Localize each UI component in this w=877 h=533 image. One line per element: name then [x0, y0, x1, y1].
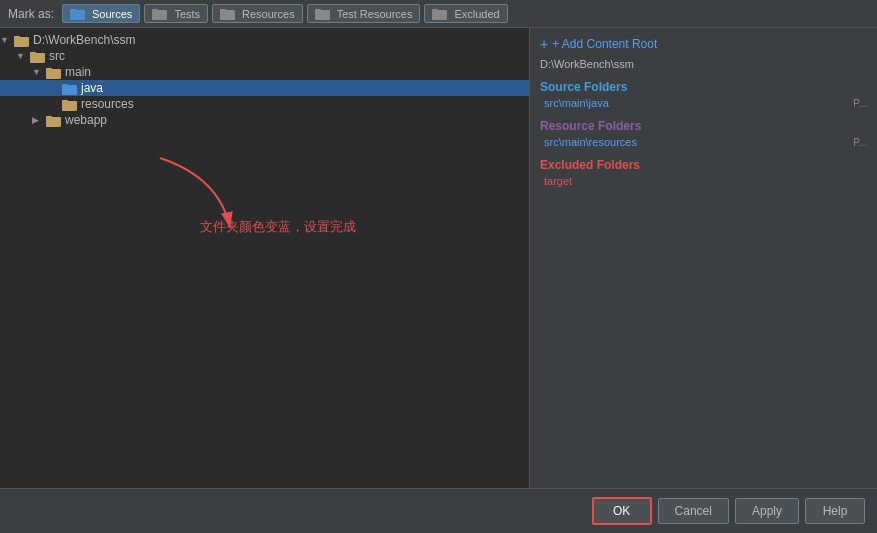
tree-label-resources: resources	[81, 97, 134, 111]
annotation-text: 文件夹颜色变蓝，设置完成	[200, 218, 356, 236]
apply-button[interactable]: Apply	[735, 498, 799, 524]
folder-icon-root	[14, 34, 30, 47]
expand-arrow-resources	[48, 99, 62, 109]
mark-as-label: Mark as:	[8, 7, 54, 21]
tree-label-root: D:\WorkBench\ssm	[33, 33, 135, 47]
plus-icon: +	[540, 36, 548, 52]
expand-arrow-webapp: ▶	[32, 115, 46, 125]
ok-button[interactable]: OK	[592, 497, 652, 525]
folder-icon-webapp	[46, 114, 62, 127]
folder-icon-resources	[62, 98, 78, 111]
sources-label: Sources	[92, 8, 132, 20]
resource-folders-title: Resource Folders	[540, 119, 867, 133]
folder-icon-main	[46, 66, 62, 79]
tree-container: ▼ D:\WorkBench\ssm ▼ src	[0, 28, 529, 132]
svg-rect-3	[152, 9, 158, 12]
resource-folder-path-label-0: src\main\resources	[544, 136, 637, 148]
svg-rect-5	[220, 9, 226, 12]
folder-icon-src	[30, 50, 46, 63]
svg-rect-7	[315, 9, 321, 12]
sources-button[interactable]: Sources	[62, 4, 140, 23]
mark-as-bar: Mark as: Sources Tests Resources Test Re…	[0, 0, 877, 28]
excluded-folder-path-0[interactable]: target	[540, 175, 867, 187]
cancel-button[interactable]: Cancel	[658, 498, 729, 524]
tests-label: Tests	[174, 8, 200, 20]
main-content: ▼ D:\WorkBench\ssm ▼ src	[0, 28, 877, 488]
excluded-button[interactable]: Excluded	[424, 4, 507, 23]
add-content-root-label: + Add Content Root	[552, 37, 657, 51]
expand-arrow-main: ▼	[32, 67, 46, 77]
tests-button[interactable]: Tests	[144, 4, 208, 23]
resources-button[interactable]: Resources	[212, 4, 303, 23]
root-path-display: D:\WorkBench\ssm	[540, 58, 867, 70]
svg-rect-21	[46, 116, 52, 119]
test-resources-label: Test Resources	[337, 8, 413, 20]
resource-folder-remove-0[interactable]: P...	[853, 137, 867, 148]
tree-row-resources[interactable]: resources	[0, 96, 529, 112]
tree-row-webapp[interactable]: ▶ webapp	[0, 112, 529, 128]
svg-rect-13	[30, 52, 36, 55]
svg-rect-11	[14, 36, 20, 39]
annotation-arrow	[140, 148, 260, 251]
expand-arrow-root: ▼	[0, 35, 14, 45]
button-bar: OK Cancel Apply Help	[0, 488, 877, 533]
tree-row-src[interactable]: ▼ src	[0, 48, 529, 64]
resource-folders-section: Resource Folders src\main\resources P...	[540, 119, 867, 148]
source-folders-section: Source Folders src\main\java P...	[540, 80, 867, 109]
add-content-root-button[interactable]: + + Add Content Root	[540, 36, 867, 52]
tree-label-java: java	[81, 81, 103, 95]
excluded-label: Excluded	[454, 8, 499, 20]
expand-arrow-java	[48, 83, 62, 93]
tree-row-root[interactable]: ▼ D:\WorkBench\ssm	[0, 32, 529, 48]
resources-label: Resources	[242, 8, 295, 20]
source-folder-path-0[interactable]: src\main\java P...	[540, 97, 867, 109]
source-folders-title: Source Folders	[540, 80, 867, 94]
svg-rect-19	[62, 100, 68, 103]
tree-label-main: main	[65, 65, 91, 79]
test-resources-button[interactable]: Test Resources	[307, 4, 421, 23]
source-folder-path-label-0: src\main\java	[544, 97, 609, 109]
tree-row-main[interactable]: ▼ main	[0, 64, 529, 80]
svg-rect-15	[46, 68, 52, 71]
svg-rect-1	[70, 9, 76, 12]
tree-label-webapp: webapp	[65, 113, 107, 127]
folder-icon-java	[62, 82, 78, 95]
excluded-folders-title: Excluded Folders	[540, 158, 867, 172]
source-folder-remove-0[interactable]: P...	[853, 98, 867, 109]
excluded-folder-path-label-0: target	[544, 175, 572, 187]
tree-label-src: src	[49, 49, 65, 63]
tree-row-java[interactable]: java	[0, 80, 529, 96]
resource-folder-path-0[interactable]: src\main\resources P...	[540, 136, 867, 148]
svg-rect-9	[432, 9, 438, 12]
excluded-folders-section: Excluded Folders target	[540, 158, 867, 187]
svg-rect-17	[62, 84, 68, 87]
help-button[interactable]: Help	[805, 498, 865, 524]
right-panel: + + Add Content Root D:\WorkBench\ssm So…	[530, 28, 877, 488]
left-panel: ▼ D:\WorkBench\ssm ▼ src	[0, 28, 530, 488]
expand-arrow-src: ▼	[16, 51, 30, 61]
